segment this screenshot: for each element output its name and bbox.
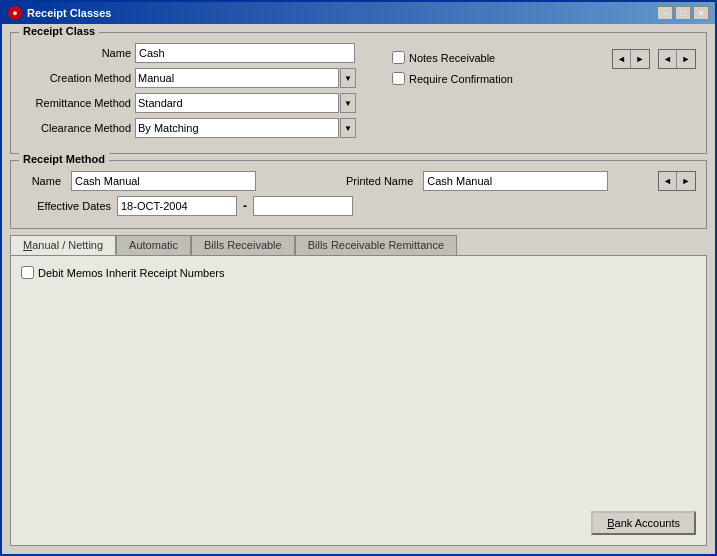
nav-right-1[interactable]: ► [631,50,649,68]
bank-accounts-container: Bank Accounts [591,511,696,535]
receipt-class-group: Receipt Class Name Creation Method Manua… [10,32,707,154]
tab-bills-receivable-remittance-label: Bills Receivable Remittance [308,239,444,251]
receipt-method-title: Receipt Method [19,153,109,165]
creation-method-select[interactable]: Manual Automatic [135,68,339,88]
tab-automatic[interactable]: Automatic [116,235,191,255]
creation-method-arrow[interactable]: ▼ [340,68,356,88]
nav-controls-top: ◄ ► ◄ ► [612,43,696,143]
tab-automatic-label: Automatic [129,239,178,251]
effective-dates-row: Effective Dates - [21,196,696,218]
tab-content-manual-netting: Debit Memos Inherit Receipt Numbers Bank… [10,255,707,546]
receipt-class-title: Receipt Class [19,25,99,37]
remittance-method-container: Standard Factoring Standard Factoring ▼ [135,93,356,113]
restore-button[interactable]: □ [675,6,691,20]
clearance-method-label: Clearance Method [21,122,131,134]
nav-left-method[interactable]: ◄ [659,172,677,190]
title-bar: ● Receipt Classes ─ □ ✕ [2,2,715,24]
remittance-method-label: Remittance Method [21,97,131,109]
minimize-button[interactable]: ─ [657,6,673,20]
printed-name-label: Printed Name [346,175,413,187]
bank-accounts-label: Bank Accounts [607,517,680,529]
remittance-method-row: Remittance Method Standard Factoring Sta… [21,93,372,113]
notes-receivable-label: Notes Receivable [409,52,495,64]
tab-bills-receivable[interactable]: Bills Receivable [191,235,295,255]
tab-manual-netting-label: Manual / Netting [23,239,103,251]
title-buttons: ─ □ ✕ [657,6,709,20]
printed-name-input[interactable] [423,171,608,191]
start-date-input[interactable] [117,196,237,216]
close-button[interactable]: ✕ [693,6,709,20]
name-row: Name [21,43,372,63]
method-name-row: Name Printed Name ◄ ► [21,167,696,191]
require-confirmation-checkbox-label[interactable]: Require Confirmation [392,72,592,85]
window-icon: ● [8,6,22,20]
debit-memos-checkbox[interactable] [21,266,34,279]
window-title: Receipt Classes [27,7,111,19]
notes-receivable-checkbox-label[interactable]: Notes Receivable [392,51,592,64]
tabs-container: Manual / Netting Automatic Bills Receiva… [10,235,707,255]
nav-right-2[interactable]: ► [677,50,695,68]
name-label: Name [21,47,131,59]
tab-bills-receivable-remittance[interactable]: Bills Receivable Remittance [295,235,457,255]
remittance-method-select[interactable]: Standard Factoring Standard Factoring [135,93,339,113]
date-separator: - [243,199,247,213]
nav-left-1[interactable]: ◄ [613,50,631,68]
notes-receivable-checkbox[interactable] [392,51,405,64]
creation-method-container: Manual Automatic ▼ [135,68,356,88]
end-date-input[interactable] [253,196,353,216]
debit-memos-label: Debit Memos Inherit Receipt Numbers [38,267,224,279]
method-name-label: Name [21,175,61,187]
nav-pair-1: ◄ ► [612,49,650,69]
tab-manual-netting[interactable]: Manual / Netting [10,235,116,255]
require-confirmation-label: Require Confirmation [409,73,513,85]
nav-right-method[interactable]: ► [677,172,695,190]
receipt-class-right: Notes Receivable Require Confirmation [392,43,592,143]
clearance-method-select[interactable]: By Matching By Direct Clearance [135,118,339,138]
clearance-method-container: By Matching By Direct Clearance ▼ [135,118,356,138]
title-bar-left: ● Receipt Classes [8,6,111,20]
nav-pair-method: ◄ ► [658,171,696,191]
nav-pair-2: ◄ ► [658,49,696,69]
name-input[interactable] [135,43,355,63]
creation-method-label: Creation Method [21,72,131,84]
bank-accounts-button[interactable]: Bank Accounts [591,511,696,535]
tab-section: Manual / Netting Automatic Bills Receiva… [10,235,707,546]
remittance-method-arrow[interactable]: ▼ [340,93,356,113]
window-body: Receipt Class Name Creation Method Manua… [2,24,715,554]
creation-method-row: Creation Method Manual Automatic ▼ [21,68,372,88]
clearance-method-row: Clearance Method By Matching By Direct C… [21,118,372,138]
debit-memos-checkbox-label[interactable]: Debit Memos Inherit Receipt Numbers [21,266,696,279]
clearance-method-arrow[interactable]: ▼ [340,118,356,138]
tab-bills-receivable-label: Bills Receivable [204,239,282,251]
nav-left-2[interactable]: ◄ [659,50,677,68]
require-confirmation-checkbox[interactable] [392,72,405,85]
effective-dates-label: Effective Dates [21,200,111,212]
method-name-input[interactable] [71,171,256,191]
receipt-method-group: Receipt Method Name Printed Name ◄ ► Eff… [10,160,707,229]
receipt-class-left: Name Creation Method Manual Automatic ▼ [21,43,372,143]
receipt-classes-window: ● Receipt Classes ─ □ ✕ Receipt Class Na… [0,0,717,556]
